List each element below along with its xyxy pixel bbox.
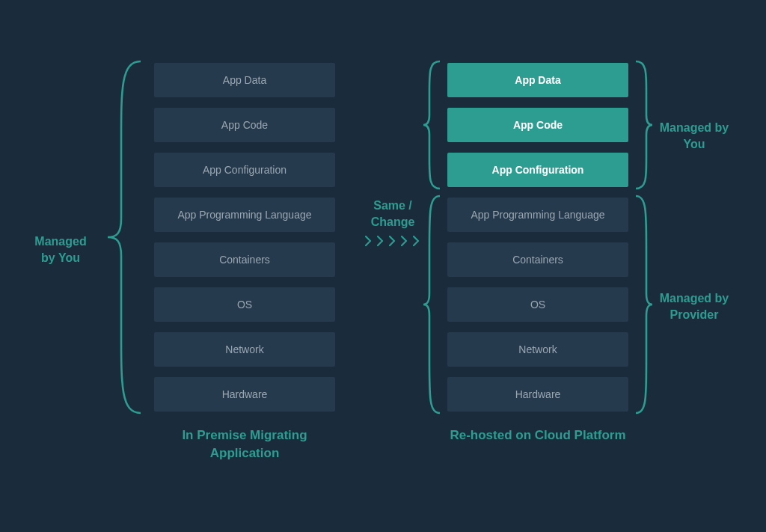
right-bot-label: Managed by Provider [657,290,732,324]
left-layer: OS [154,287,335,322]
left-layer: Hardware [154,377,335,412]
right-layer: App Programming Language [447,198,628,232]
right-layer: App Configuration [447,153,628,187]
right-layer: App Data [447,63,628,97]
left-layer: App Configuration [154,153,335,187]
right-top-right-brace-icon [633,58,655,192]
right-layer: Containers [447,242,628,277]
right-top-label: Managed by You [657,120,732,153]
left-caption: In Premise Migrating Application [154,426,335,462]
left-stack: App Data App Code App Configuration App … [154,63,335,412]
left-layer: Network [154,332,335,367]
right-layer: Network [447,332,628,367]
right-stack: App Data App Code App Configuration App … [447,63,628,412]
cloud-migration-diagram: App Data App Code App Configuration App … [0,0,766,532]
chevron-right-icon [389,235,396,247]
left-layer: App Data [154,63,335,97]
center-line1: Same / [373,199,412,212]
chevron-right-icon [377,235,384,247]
right-layer: OS [447,287,628,322]
left-layer: App Programming Language [154,198,335,232]
chevron-right-icon [413,235,420,247]
left-layer: App Code [154,108,335,142]
chevron-right-icon [401,235,408,247]
right-layer: Hardware [447,377,628,412]
left-label: Managed by You [27,233,94,267]
left-brace-icon [103,58,145,416]
right-top-left-brace-icon [420,58,443,192]
center-line2: Change [371,215,415,228]
right-layer: App Code [447,108,628,142]
right-bot-right-brace-icon [633,193,655,416]
right-caption: Re-hosted on Cloud Platform [447,426,628,444]
right-bot-left-brace-icon [420,193,443,416]
chevron-right-icon [365,235,373,247]
left-layer: Containers [154,242,335,277]
